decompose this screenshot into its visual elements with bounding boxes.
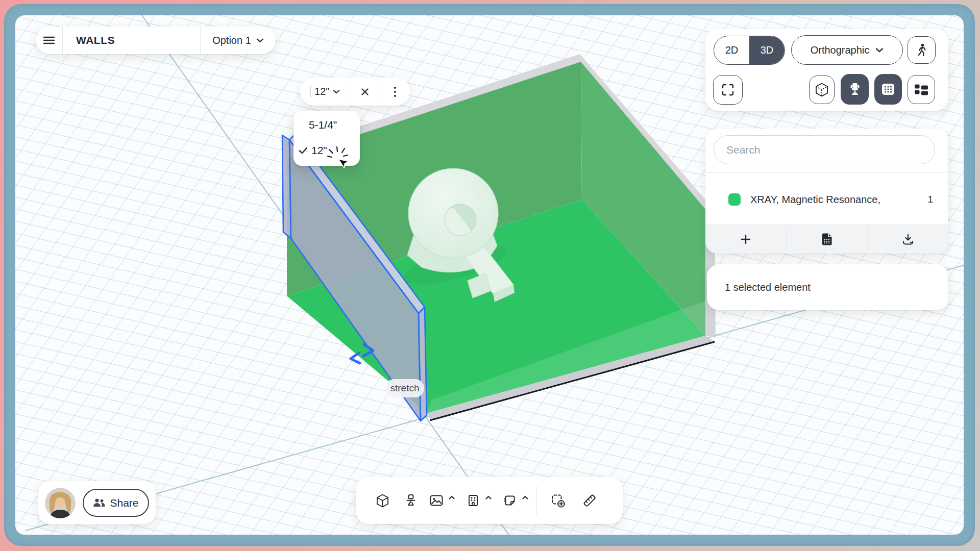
desktop-background: WALLS Option 1 12" 5-1/4" 12" — [0, 0, 980, 551]
share-button[interactable]: Share — [83, 489, 149, 517]
design-canvas[interactable]: WALLS Option 1 12" 5-1/4" 12" — [15, 15, 964, 535]
size-dropdown[interactable]: 12" — [300, 86, 350, 97]
option-label: Option 1 — [212, 35, 251, 46]
chair-icon — [405, 494, 417, 507]
building-icon — [468, 494, 478, 507]
element-label: XRAY, Magnetic Resonance, — [750, 194, 918, 206]
element-count: 1 — [927, 194, 933, 205]
toolbar-divider — [536, 486, 537, 515]
size-menu-item[interactable]: 5-1/4" — [293, 114, 360, 136]
insert-cube-tool[interactable] — [369, 485, 396, 516]
search-input[interactable] — [714, 135, 935, 164]
layout-view-button[interactable] — [908, 75, 935, 104]
dimension-toggle: 2D 3D — [714, 36, 785, 65]
people-icon — [93, 498, 105, 507]
avatar[interactable] — [45, 488, 76, 518]
elements-panel: XRAY, Magnetic Resonance, 1 — [705, 129, 948, 254]
download-button[interactable] — [868, 225, 948, 254]
element-row[interactable]: XRAY, Magnetic Resonance, 1 — [705, 185, 948, 214]
chevron-down-icon — [875, 47, 884, 53]
menu-icon[interactable] — [36, 36, 62, 44]
fullscreen-icon — [722, 84, 734, 96]
chevron-down-icon — [256, 38, 264, 43]
cube-icon — [376, 494, 389, 508]
insert-note-tool[interactable] — [500, 485, 520, 516]
projection-dropdown[interactable]: Orthographic — [791, 35, 903, 65]
size-menu: 5-1/4" 12" — [293, 111, 360, 166]
window-frame: WALLS Option 1 12" 5-1/4" 12" — [4, 4, 975, 546]
chevron-up-icon[interactable] — [449, 492, 455, 502]
chair-icon — [849, 83, 861, 96]
selection-status-text: 1 selected element — [725, 282, 811, 293]
schedule-button[interactable] — [787, 225, 867, 254]
insert-building-tool[interactable] — [463, 485, 483, 516]
size-value: 12" — [314, 86, 329, 97]
measure-tool[interactable] — [576, 485, 603, 516]
walk-person-icon — [916, 43, 927, 57]
grid-toggle-button[interactable] — [874, 74, 902, 105]
page-title: WALLS — [63, 34, 200, 46]
option-dropdown[interactable]: Option 1 — [201, 35, 276, 46]
element-color-swatch — [728, 193, 741, 206]
marquee-add-icon — [551, 493, 565, 508]
note-icon — [504, 494, 516, 507]
tab-3d[interactable]: 3D — [749, 36, 785, 64]
marquee-select-tool[interactable] — [544, 485, 572, 516]
stretch-tooltip: stretch — [385, 379, 424, 397]
download-icon — [901, 233, 915, 245]
view-controls-panel: 2D 3D Orthographic — [705, 29, 948, 111]
image-icon — [430, 495, 443, 506]
ruler-icon — [582, 493, 597, 508]
fullscreen-button[interactable] — [713, 75, 743, 105]
walkthrough-button[interactable] — [908, 36, 936, 64]
spreadsheet-file-icon — [821, 233, 832, 246]
kebab-menu-icon[interactable] — [380, 86, 410, 97]
size-menu-item-selected[interactable]: 12" — [293, 139, 360, 162]
insert-image-tool[interactable] — [426, 485, 447, 516]
layout-blocks-icon — [915, 84, 928, 95]
share-panel: Share — [38, 481, 156, 524]
text-cursor — [310, 86, 311, 97]
plus-icon — [740, 233, 752, 245]
selection-status-panel: 1 selected element — [707, 264, 948, 310]
elements-actions — [705, 224, 948, 254]
header-bar: WALLS Option 1 — [36, 27, 276, 54]
add-element-button[interactable] — [705, 225, 786, 254]
insert-furniture-tool[interactable] — [396, 485, 426, 516]
orbit-cube-button[interactable] — [809, 76, 835, 104]
check-icon — [299, 147, 308, 154]
furniture-toggle-button[interactable] — [841, 74, 869, 105]
chevron-down-icon — [333, 89, 340, 94]
close-icon[interactable] — [350, 88, 380, 96]
insert-toolbar — [356, 477, 623, 524]
wall-size-toolbar: 12" — [300, 78, 410, 106]
chevron-up-icon[interactable] — [522, 492, 528, 502]
grid-icon — [881, 83, 895, 95]
cube-icon — [815, 83, 828, 97]
tab-2d[interactable]: 2D — [714, 36, 749, 64]
chevron-up-icon[interactable] — [485, 492, 492, 502]
share-label: Share — [110, 497, 138, 509]
panel-divider — [705, 172, 948, 173]
